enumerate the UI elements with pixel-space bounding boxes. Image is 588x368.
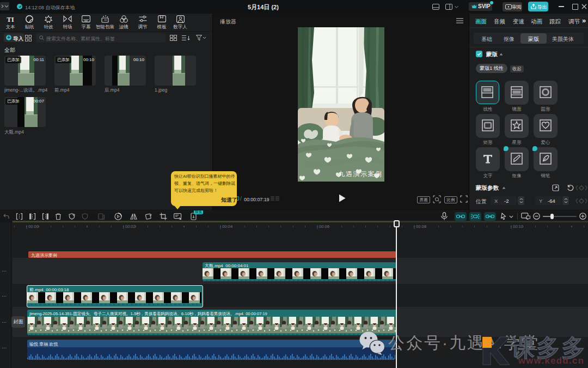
svg-text:九遇演示案例: 九遇演示案例 xyxy=(339,170,383,178)
